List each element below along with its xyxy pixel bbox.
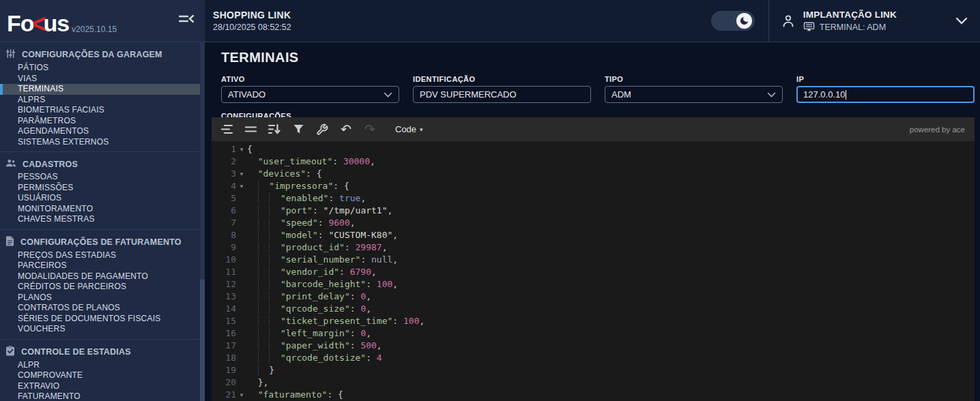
code-line: 7 "speed": 9600, xyxy=(212,217,975,229)
sidebar-item-creditos-de-parceiros[interactable]: CRÉDITOS DE PARCEIROS xyxy=(0,282,205,293)
json-editor: ↶ ↷ Code ▾ powered by ace 1▾{2 "user_tim… xyxy=(212,117,975,401)
code-text: "faturamento": { xyxy=(247,389,343,401)
code-area[interactable]: 1▾{2 "user_timeout": 30000,3▾ "devices":… xyxy=(212,141,975,401)
sidebar-item-parametros[interactable]: PARÂMETROS xyxy=(0,116,205,127)
fold-arrow-icon[interactable]: ▾ xyxy=(236,143,247,155)
sidebar-item-biometrias-faciais[interactable]: BIOMETRIAS FACIAIS xyxy=(0,105,205,116)
code-line: 20 }, xyxy=(212,376,975,389)
code-line: 14 "qrcode_size": 0, xyxy=(212,303,975,315)
fold-gutter xyxy=(236,340,247,352)
sidebar-section-title: CONFIGURAÇÕES DA GARAGEM xyxy=(22,50,162,59)
fold-gutter xyxy=(236,205,247,217)
sidebar-item-sistemas-externos[interactable]: SISTEMAS EXTERNOS xyxy=(0,137,205,148)
line-number: 18 xyxy=(212,352,236,364)
sidebar-item-usuarios[interactable]: USUÁRIOS xyxy=(0,193,205,204)
terminal-label: TERMINAL: ADM xyxy=(820,23,886,32)
redo-icon[interactable]: ↷ xyxy=(363,123,377,136)
code-line: 8 "model": "CUSTOM-K80", xyxy=(212,229,975,241)
form-row: ATIVOATIVADOIDENTIFICAÇÃOPDV SUPERMERCAD… xyxy=(221,75,975,103)
sidebar-item-patios[interactable]: PÁTIOS xyxy=(0,63,205,74)
users-icon xyxy=(5,158,16,170)
topbar: SHOPPING LINK 28/10/2025 08:52:52 IMPLAN… xyxy=(205,0,980,42)
dark-mode-toggle[interactable] xyxy=(711,11,755,31)
chevron-down-icon[interactable] xyxy=(955,15,970,27)
user-menu[interactable]: IMPLANTAÇÃO LINK TERMINAL: ADM xyxy=(780,10,897,32)
sidebar-item-precos-das-estadias[interactable]: PREÇOS DAS ESTADIAS xyxy=(0,250,205,261)
sidebar-item-vias[interactable]: VIAS xyxy=(0,74,205,85)
fold-gutter xyxy=(236,364,247,376)
input-identificacao[interactable]: PDV SUPERMERCADO xyxy=(413,86,591,103)
code-text: "qrcode_size": 0, xyxy=(247,303,371,315)
field-value: PDV SUPERMERCADO xyxy=(420,89,517,100)
collapse-all-icon[interactable] xyxy=(244,123,257,136)
sidebar-item-comprovante[interactable]: COMPROVANTE xyxy=(0,370,205,381)
text-caret xyxy=(846,90,846,100)
sidebar-item-vouchers[interactable]: VOUCHERS xyxy=(0,324,205,335)
app-version: v2025.10.15 xyxy=(72,25,117,35)
header-divider xyxy=(768,0,769,42)
sliders-icon xyxy=(5,48,16,61)
sidebar-item-terminais[interactable]: TERMINAIS xyxy=(0,84,200,95)
select-tipo[interactable]: ADM xyxy=(605,86,783,103)
main-content: TERMINAIS ATIVOATIVADOIDENTIFICAÇÃOPDV S… xyxy=(205,42,980,401)
undo-icon[interactable]: ↶ xyxy=(339,123,353,136)
fold-arrow-icon[interactable]: ▾ xyxy=(236,180,247,192)
line-number: 15 xyxy=(212,315,236,327)
sidebar-item-monitoramento[interactable]: MONITORAMENTO xyxy=(0,204,205,215)
editor-toolbar: ↶ ↷ Code ▾ powered by ace xyxy=(212,117,975,141)
sidebar-item-alpr[interactable]: ALPR xyxy=(0,360,205,371)
sidebar-item-planos[interactable]: PLANOS xyxy=(0,293,205,303)
sidebar-section-header[interactable]: CADASTROS xyxy=(0,155,205,172)
select-ativo[interactable]: ATIVADO xyxy=(221,86,399,103)
document-icon xyxy=(5,236,14,248)
sidebar-section-header[interactable]: CONFIGURAÇÕES DE FATURAMENTO xyxy=(0,233,205,250)
sidebar-scrollbar[interactable] xyxy=(200,42,205,401)
sidebar-item-parceiros[interactable]: PARCEIROS xyxy=(0,261,205,271)
moon-icon xyxy=(739,16,749,26)
mode-chevron-icon: ▾ xyxy=(420,126,423,133)
code-text: { xyxy=(247,143,253,155)
fold-arrow-icon[interactable]: ▾ xyxy=(236,389,247,401)
field-value: ADM xyxy=(611,89,631,100)
sort-icon[interactable] xyxy=(268,123,281,136)
sidebar-item-permissoes[interactable]: PERMISSÕES xyxy=(0,183,205,194)
sidebar-collapse-icon[interactable] xyxy=(177,12,195,29)
sidebar-section-header[interactable]: CONTROLE DE ESTADIAS xyxy=(0,343,205,360)
sidebar-item-contratos-de-planos[interactable]: CONTRATOS DE PLANOS xyxy=(0,303,205,314)
field-label: ATIVO xyxy=(221,75,399,83)
mode-selector[interactable]: Code ▾ xyxy=(395,124,423,134)
sidebar-item-extravio[interactable]: EXTRAVIO xyxy=(0,381,205,392)
input-ip[interactable]: 127.0.0.10 xyxy=(796,86,975,103)
line-number: 5 xyxy=(212,192,236,205)
fold-gutter xyxy=(236,266,247,278)
sidebar-item-pessoas[interactable]: PESSOAS xyxy=(0,172,205,183)
sidebar-item-chaves-mestras[interactable]: CHAVES MESTRAS xyxy=(0,214,205,225)
code-text: } xyxy=(247,364,274,376)
code-text: "serial_number": null, xyxy=(247,254,398,266)
sidebar-item-faturamento[interactable]: FATURAMENTO xyxy=(0,391,205,401)
sidebar-section-header[interactable]: CONFIGURAÇÕES DA GARAGEM xyxy=(0,46,205,63)
sidebar-item-series-de-documentos-fiscais[interactable]: SÉRIES DE DOCUMENTOS FISCAIS xyxy=(0,314,205,325)
toggle-thumb xyxy=(736,13,752,29)
page-title: TERMINAIS xyxy=(221,50,980,65)
deployment-name: IMPLANTAÇÃO LINK xyxy=(803,10,897,20)
line-number: 3 xyxy=(212,168,236,180)
code-line: 18 "qrcode_dotsize": 4 xyxy=(212,352,975,364)
sidebar-item-modalidades-de-pagamento[interactable]: MODALIDADES DE PAGAMENTO xyxy=(0,271,205,282)
code-text: "port": "/tmp/uart1", xyxy=(247,205,392,217)
repair-icon[interactable] xyxy=(315,123,329,136)
powered-by-label: powered by ace xyxy=(910,125,966,134)
code-text: "impressora": { xyxy=(247,180,349,192)
fold-gutter xyxy=(236,229,247,241)
sidebar-item-agendamentos[interactable]: AGENDAMENTOS xyxy=(0,126,205,137)
code-line: 10 "serial_number": null, xyxy=(212,254,975,266)
fold-gutter xyxy=(236,327,247,340)
field-ativo: ATIVOATIVADO xyxy=(221,75,399,103)
expand-all-icon[interactable] xyxy=(220,123,233,136)
fold-arrow-icon[interactable]: ▾ xyxy=(236,168,247,180)
filter-icon[interactable] xyxy=(291,123,305,136)
sidebar-item-alprs[interactable]: ALPRS xyxy=(0,95,205,106)
field-label: IP xyxy=(796,75,975,83)
sidebar-scrollbar-thumb[interactable] xyxy=(200,280,205,401)
code-text: "speed": 9600, xyxy=(247,217,356,229)
